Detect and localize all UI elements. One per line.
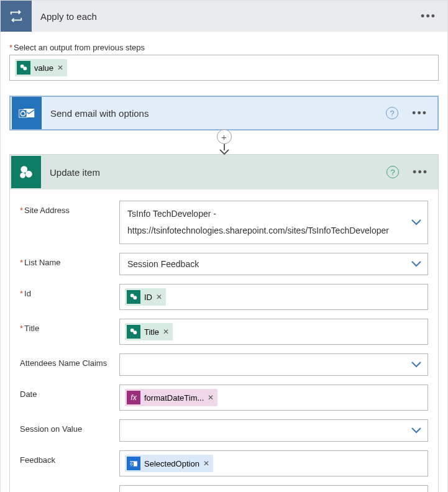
attendees-input[interactable] [119, 353, 428, 376]
token-value-remove[interactable]: ✕ [57, 63, 63, 72]
svg-point-7 [20, 173, 25, 178]
update-item-body: Site Address TsInfo TechDeveloper - http… [10, 189, 438, 492]
svg-point-1 [23, 66, 27, 70]
apply-to-each-header[interactable]: Apply to each ••• [1, 1, 447, 32]
apply-to-each-more-menu[interactable]: ••• [416, 7, 441, 25]
apply-to-each-body: Select an output from previous steps val… [1, 32, 447, 492]
sharepoint-icon [127, 290, 140, 304]
select-output-label: Select an output from previous steps [9, 43, 439, 52]
feedback-label: Feedback [20, 450, 119, 465]
token-selectedoption[interactable]: SelectedOption ✕ [125, 455, 213, 472]
insert-step-region: + [9, 130, 439, 155]
token-value-text: value [34, 63, 53, 73]
comments-input[interactable] [119, 485, 428, 492]
outlook-small-icon [127, 457, 140, 470]
svg-point-9 [133, 296, 137, 299]
outlook-icon [12, 97, 42, 129]
session-on-dropdown-icon[interactable] [411, 427, 421, 434]
update-item-help-icon[interactable]: ? [386, 166, 399, 178]
token-formatdatetime-text: formatDateTim... [144, 393, 204, 403]
svg-point-0 [21, 65, 24, 68]
update-item-card: Update item ? ••• Site Address TsInfo Te… [9, 154, 439, 492]
list-name-input[interactable]: Session Feedback [119, 253, 428, 275]
attendees-dropdown-icon[interactable] [411, 362, 421, 368]
token-id[interactable]: ID ✕ [125, 288, 166, 306]
update-item-header[interactable]: Update item ? ••• [10, 155, 438, 189]
token-selectedoption-text: SelectedOption [144, 459, 199, 468]
insert-step-button[interactable]: + [217, 129, 232, 144]
site-address-label: Site Address [20, 201, 119, 215]
fx-icon: fx [127, 391, 140, 404]
apply-to-each-card: Apply to each ••• Select an output from … [0, 0, 448, 492]
attendees-label: Attendees Name Claims [20, 353, 119, 368]
svg-point-8 [130, 294, 134, 298]
date-label: Date [20, 385, 119, 399]
site-address-line2: https://tsinfotechnologies.sharepoint.co… [127, 224, 389, 237]
list-name-label: List Name [20, 253, 119, 267]
site-address-dropdown-icon[interactable] [411, 219, 421, 226]
list-name-value: Session Feedback [127, 259, 199, 269]
site-address-line1: TsInfo TechDeveloper - [127, 207, 216, 221]
update-item-more-menu[interactable]: ••• [408, 163, 433, 181]
feedback-input[interactable]: SelectedOption ✕ [119, 450, 428, 476]
select-output-input[interactable]: value ✕ [9, 55, 439, 81]
svg-point-10 [130, 329, 134, 332]
sharepoint-icon [17, 61, 30, 75]
id-label: Id [20, 284, 119, 298]
token-title-remove[interactable]: ✕ [163, 327, 169, 336]
token-formatdatetime-remove[interactable]: ✕ [208, 393, 214, 402]
token-value[interactable]: value ✕ [15, 59, 67, 76]
token-formatdatetime[interactable]: fx formatDateTim... ✕ [125, 389, 217, 406]
update-item-title: Update item [50, 167, 386, 178]
site-address-input[interactable]: TsInfo TechDeveloper - https://tsinfotec… [119, 201, 428, 244]
token-title[interactable]: Title ✕ [125, 323, 173, 340]
svg-point-11 [133, 330, 137, 334]
send-email-more-menu[interactable]: ••• [407, 104, 432, 122]
loop-icon [1, 1, 32, 32]
date-input[interactable]: fx formatDateTim... ✕ [119, 385, 428, 411]
title-label: Title [20, 319, 119, 333]
send-email-title: Send email with options [50, 108, 386, 119]
svg-rect-13 [129, 462, 134, 467]
token-id-text: ID [144, 293, 152, 302]
session-on-input[interactable] [119, 419, 428, 442]
token-title-text: Title [144, 327, 159, 337]
list-name-dropdown-icon[interactable] [411, 261, 421, 267]
sharepoint-action-icon [11, 156, 41, 188]
comments-label: Comments [20, 485, 119, 492]
token-selectedoption-remove[interactable]: ✕ [203, 459, 209, 468]
svg-point-6 [25, 171, 32, 178]
session-on-label: Session on Value [20, 419, 119, 434]
id-input[interactable]: ID ✕ [119, 284, 428, 310]
sharepoint-icon [127, 325, 140, 339]
title-input[interactable]: Title ✕ [119, 319, 428, 345]
send-email-with-options-card[interactable]: Send email with options ? ••• [9, 96, 439, 130]
token-id-remove[interactable]: ✕ [156, 293, 162, 301]
send-email-help-icon[interactable]: ? [386, 107, 398, 119]
apply-to-each-title: Apply to each [40, 11, 416, 22]
